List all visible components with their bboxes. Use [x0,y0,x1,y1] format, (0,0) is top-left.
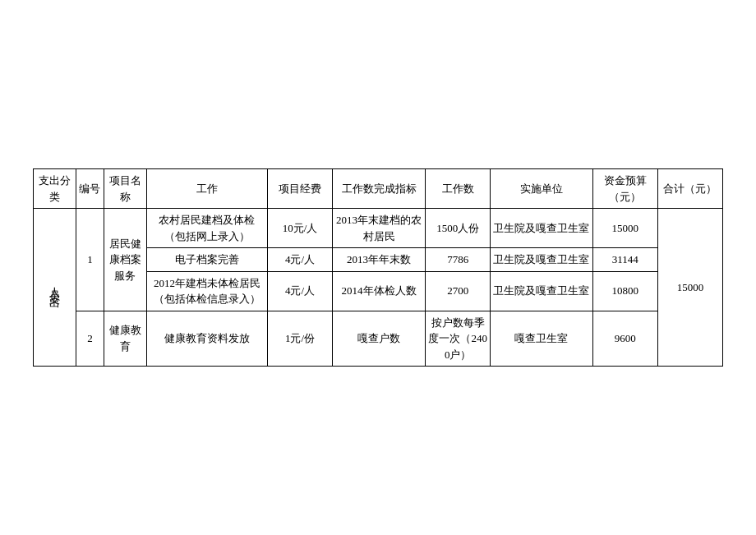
cell-unit-4: 嘎查卫生室 [491,311,592,367]
cell-budget-3: 10800 [592,271,657,311]
header-indicator: 工作数完成指标 [333,169,426,209]
cell-work-1: 农村居民建档及体检（包括网上录入） [146,209,267,248]
cell-worknum-1: 1500人份 [426,209,491,248]
cell-unit-1: 卫生院及嘎查卫生室 [491,209,592,248]
cell-budget-2: 31144 [592,248,657,272]
cell-fee-2: 4元/人 [267,248,332,272]
header-unit: 实施单位 [491,169,592,209]
cell-budget-1: 15000 [592,209,657,248]
header-worknum: 工作数 [426,169,491,209]
header-fee: 项目经费 [267,169,332,209]
main-table: 支出分类 编号 项目名称 工作 项目经费 工作数完成指标 工作数 [33,168,723,367]
cell-name-1: 居民健康档案服务 [104,209,146,311]
header-name: 项目名称 [104,169,146,209]
cell-name-4: 健康教育 [104,311,146,367]
cell-indicator-2: 2013年年末数 [333,248,426,272]
header-num: 编号 [76,169,104,209]
page-container: 支出分类 编号 项目名称 工作 项目经费 工作数完成指标 工作数 [25,152,731,383]
header-work: 工作 [146,169,267,209]
cell-indicator-1: 2013年末建档的农村居民 [333,209,426,248]
header-row: 支出分类 编号 项目名称 工作 项目经费 工作数完成指标 工作数 [34,169,723,209]
cell-work-4: 健康教育资料发放 [146,311,267,367]
cell-unit-2: 卫生院及嘎查卫生室 [491,248,592,272]
cell-num-4: 2 [76,311,104,367]
cell-total-1: 15000 [657,209,722,367]
table-row: 2 健康教育 健康教育资料发放 1元/份 嘎查户数 按户数每季度一次（2400户… [34,311,723,367]
cell-indicator-3: 2014年体检人数 [333,271,426,311]
cell-fee-1: 10元/人 [267,209,332,248]
cell-worknum-3: 2700 [426,271,491,311]
cell-budget-4: 9600 [592,311,657,367]
header-total: 合计（元） [657,169,722,209]
cell-work-2: 电子档案完善 [146,248,267,272]
cell-worknum-2: 7786 [426,248,491,272]
cell-num-1: 1 [76,209,104,311]
cell-worknum-4: 按户数每季度一次（2400户） [426,311,491,367]
cell-category-1: 人员支出 [34,209,76,367]
cell-work-3: 2012年建档未体检居民（包括体检信息录入） [146,271,267,311]
table-row: 人员支出 1 居民健康档案服务 农村居民建档及体检（包括网上录入） 10元/人 … [34,209,723,248]
cell-fee-4: 1元/份 [267,311,332,367]
cell-fee-3: 4元/人 [267,271,332,311]
cell-unit-3: 卫生院及嘎查卫生室 [491,271,592,311]
header-category: 支出分类 [34,169,76,209]
header-budget: 资金预算（元） [592,169,657,209]
cell-indicator-4: 嘎查户数 [333,311,426,367]
